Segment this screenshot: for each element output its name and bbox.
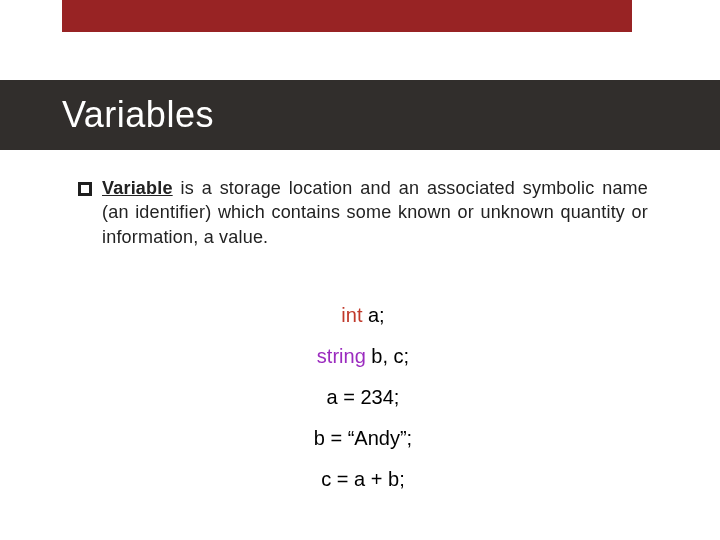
code-line-5: c = a + b; <box>78 459 648 500</box>
definition-text: Variable is a storage location and an as… <box>102 176 648 249</box>
code-line-3: a = 234; <box>78 377 648 418</box>
code-line-1: int a; <box>78 295 648 336</box>
keyword-int: int <box>341 304 362 326</box>
content-area: Variable is a storage location and an as… <box>78 176 648 500</box>
title-band: Variables <box>0 80 720 150</box>
slide: Variables Variable is a storage location… <box>0 0 720 540</box>
definition-term: Variable <box>102 178 173 198</box>
svg-rect-1 <box>81 185 89 193</box>
code-block: int a; string b, c; a = 234; b = “Andy”;… <box>78 295 648 500</box>
code-line-1-rest: a; <box>362 304 384 326</box>
code-line-2-rest: b, c; <box>366 345 409 367</box>
top-accent-bar <box>62 0 632 32</box>
square-bullet-icon <box>78 182 92 196</box>
keyword-string: string <box>317 345 366 367</box>
slide-title: Variables <box>0 94 214 136</box>
definition-rest: is a storage location and an associated … <box>102 178 648 247</box>
code-line-4: b = “Andy”; <box>78 418 648 459</box>
code-line-2: string b, c; <box>78 336 648 377</box>
bullet-item: Variable is a storage location and an as… <box>78 176 648 249</box>
